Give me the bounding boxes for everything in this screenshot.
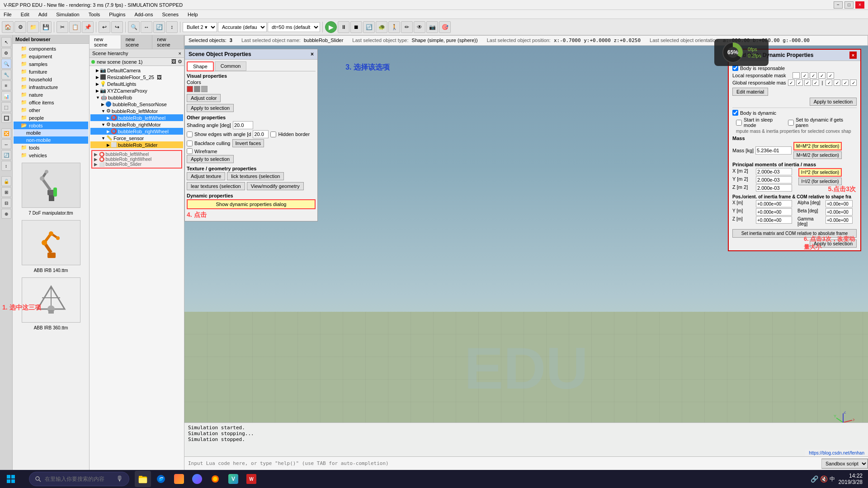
apply-selection-btn1[interactable]: Apply to selection (187, 104, 234, 112)
taskbar-icon-3[interactable] (171, 471, 187, 487)
gmask-box-1[interactable]: ✓ (788, 80, 795, 86)
tool-search[interactable]: 🔍 (1, 59, 11, 69)
tool-select[interactable]: ↖ (1, 37, 11, 47)
scene-tab-1[interactable]: new scene (90, 35, 121, 49)
toolbar-btn-7[interactable]: 📌 (82, 21, 94, 33)
toolbar-btn-16[interactable]: 🚶 (388, 21, 400, 33)
model-item-nature[interactable]: 📁 nature (14, 91, 88, 99)
gmask-box-6[interactable]: ✓ (834, 80, 840, 86)
tree-item-slider[interactable]: ▶ ⬜ bubbleRob_Slider (90, 141, 183, 148)
tree-item-xyzproxy[interactable]: ▶ 📷 XYZCameraProxy (90, 87, 183, 94)
model-item-household[interactable]: 📁 household (14, 75, 88, 83)
tool-2[interactable]: ⚙ (1, 48, 11, 58)
taskbar-icon-6[interactable]: V (225, 471, 241, 487)
hidden-border-checkbox[interactable] (270, 131, 276, 137)
tool-11[interactable]: 🔄 (1, 150, 11, 160)
inertia-double-button[interactable]: I=I*2 (for selection) (798, 168, 842, 177)
mask-box-5[interactable]: ✓ (827, 72, 834, 79)
tree-item-floor[interactable]: ▶ ⬛ ResizableFloor_5_25 🖼 (90, 74, 183, 80)
menu-add[interactable]: Add (37, 11, 49, 18)
clear-textures-button[interactable]: lear textures (selection (187, 182, 245, 190)
toolbar-btn-2[interactable]: ⚙ (14, 21, 26, 33)
toolbar-btn-18[interactable]: 👁 (414, 21, 425, 33)
model-item-robots-mobile[interactable]: mobile (14, 129, 88, 136)
mass-double-button[interactable]: M=M*2 (for selection) (793, 142, 842, 150)
model-item-other[interactable]: 📁 other (14, 106, 88, 114)
inertia-y-input[interactable] (756, 176, 792, 183)
tree-item-sensornose[interactable]: ▶ 🔵 bubbleRob_SensorNose (90, 101, 183, 108)
tree-item-forcesensor[interactable]: ▼ 📏 Force_sensor (90, 135, 183, 141)
taskbar-search-input[interactable] (45, 476, 113, 482)
gmask-box-3[interactable]: ✓ (804, 80, 811, 86)
gmask-box-7[interactable]: ✓ (842, 80, 849, 86)
dialog-close-button[interactable]: × (849, 52, 857, 59)
toolbar-btn-9[interactable]: ↪ (111, 21, 123, 33)
minimize-button[interactable]: − (834, 1, 843, 9)
model-item-people[interactable]: 📁 people (14, 114, 88, 122)
taskbar-firefox-icon[interactable] (207, 471, 223, 487)
sandbox-script-dropdown[interactable]: Sandbox script (821, 459, 868, 469)
model-thumb-2[interactable] (22, 220, 80, 265)
model-item-samples[interactable]: 📁 samples (14, 60, 88, 68)
inertia-x-input[interactable] (756, 168, 792, 175)
set-inertia-button[interactable]: Set inertia matrix and COM relative to a… (732, 229, 857, 238)
tree-item-leftmotor[interactable]: ▼ ⚙ bubbleRob_leftMotor (90, 108, 183, 114)
show-dynamic-button[interactable]: Show dynamic properties dialog (187, 199, 316, 209)
tree-item-leftwheel[interactable]: ▶ ⭕ bubbleRob_leftWheel (90, 114, 183, 121)
edit-material-button[interactable]: Edit material (732, 88, 768, 96)
model-item-tools[interactable]: 📁 tools (14, 144, 88, 151)
tool-15[interactable]: ⊟ (1, 198, 11, 208)
toolbar-btn-12[interactable]: 🔄 (153, 21, 165, 33)
tool-6[interactable]: 📊 (1, 91, 11, 101)
tool-16[interactable]: ⊕ (1, 209, 11, 219)
toolbar-btn-17[interactable]: ✏ (401, 21, 413, 33)
toolbar-btn-3[interactable]: 📁 (27, 21, 39, 33)
toolbar-btn-15[interactable]: 🐢 (376, 21, 387, 33)
dt-dropdown[interactable]: dt=50 ms (default (268, 22, 320, 32)
tool-9[interactable]: 🔀 (1, 128, 11, 138)
tab-common[interactable]: Common (215, 61, 247, 71)
gmask-box-8[interactable]: ✓ (850, 80, 857, 86)
model-item-equipment[interactable]: 📁 equipment (14, 52, 88, 60)
model-item-robots[interactable]: 📂 robots (14, 122, 88, 129)
start-button[interactable] (0, 470, 22, 488)
model-item-components[interactable]: 📁 components (14, 45, 88, 52)
menu-edit[interactable]: Edit (19, 11, 31, 18)
beta-input[interactable] (826, 208, 853, 216)
click-textures-button[interactable]: lick textures (selection (227, 172, 284, 180)
model-thumb-1[interactable] (22, 163, 80, 208)
tool-7[interactable]: ⬚ (1, 102, 11, 112)
mask-box-2[interactable]: ✓ (801, 72, 808, 79)
tool-8[interactable]: 🔲 (1, 113, 11, 123)
tool-4[interactable]: 🔧 (1, 70, 11, 80)
taskbar-icon-4[interactable] (189, 471, 205, 487)
tree-item-defaultcamera[interactable]: ▶ 📷 DefaultCamera (90, 67, 183, 74)
inertia-half-button[interactable]: I=I/2 (for selection) (798, 178, 842, 185)
pos-y-input[interactable] (756, 208, 792, 216)
tree-item-lights[interactable]: ▶ 💡 DefaultLights (90, 80, 183, 87)
invert-faces-button[interactable]: Invert faces (232, 139, 264, 147)
menu-file[interactable]: File (2, 11, 14, 18)
accurate-dropdown[interactable]: Accurate (defau (218, 22, 267, 32)
gmask-box-2[interactable]: ✓ (796, 80, 803, 86)
set-dynamic-checkbox[interactable] (788, 120, 794, 126)
play-button[interactable]: ▶ (325, 21, 337, 33)
model-thumb-3[interactable] (22, 277, 80, 323)
close-icon[interactable]: × (311, 51, 314, 57)
bullet-dropdown[interactable]: Bullet 2 ▾ (183, 22, 217, 32)
body-dynamic-checkbox[interactable] (732, 110, 738, 116)
gmask-box-5[interactable]: ✓ (826, 80, 832, 86)
close-button[interactable]: × (855, 1, 864, 9)
toolbar-btn-11[interactable]: ↔ (141, 21, 152, 33)
taskbar-search[interactable]: 🎙 (29, 472, 129, 486)
mask-box-1[interactable] (793, 72, 800, 79)
toolbar-btn-1[interactable]: 🏠 (2, 21, 14, 33)
mass-half-button[interactable]: M=M/2 (for selection) (793, 151, 842, 159)
shading-angle-input[interactable] (233, 121, 253, 129)
adjust-texture-button[interactable]: Adjust texture (187, 172, 225, 180)
tree-item-bubblerob[interactable]: ▼ 🤖 bubbleRob (90, 94, 183, 101)
model-item-office[interactable]: 📁 office items (14, 99, 88, 106)
toolbar-btn-19[interactable]: 📷 (426, 21, 438, 33)
edges-input[interactable] (253, 130, 269, 138)
mask-box-3[interactable]: ✓ (810, 72, 817, 79)
